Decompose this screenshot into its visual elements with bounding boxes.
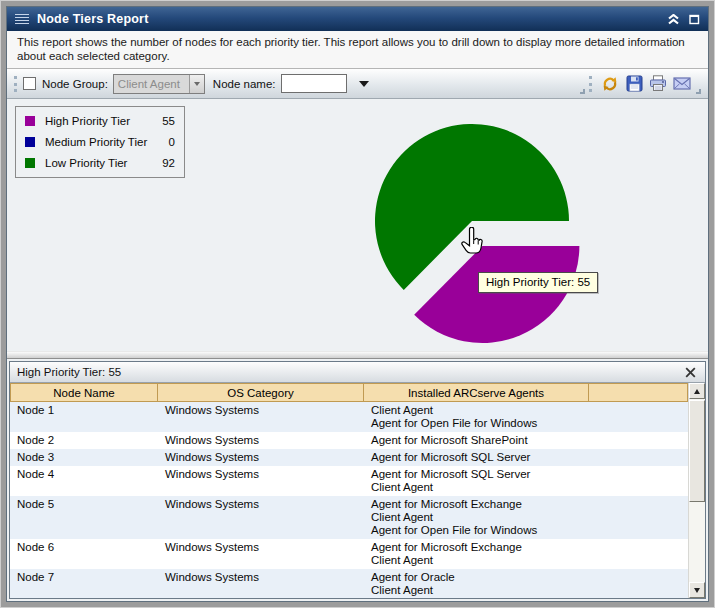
cell-agents: Agent for Microsoft ExchangeClient Agent… — [364, 496, 589, 539]
cell-os-category: Windows Systems — [158, 569, 364, 598]
cell-os-category: Windows Systems — [158, 449, 364, 466]
legend-value: 92 — [162, 157, 175, 169]
table-row[interactable]: Node 4 Windows Systems Agent for Microso… — [10, 466, 688, 496]
arrow-down-icon — [694, 588, 700, 593]
cell-node-name: Node 6 — [10, 539, 158, 569]
legend-label: Low Priority Tier — [45, 157, 162, 169]
cell-agents: Agent for Microsoft SharePoint — [364, 432, 589, 449]
report-description: This report shows the number of nodes fo… — [7, 31, 708, 69]
node-group-select[interactable]: Client Agent — [113, 74, 205, 94]
refresh-icon[interactable] — [600, 74, 620, 94]
node-group-dropdown-button[interactable] — [189, 75, 204, 93]
action-icon-group — [600, 74, 692, 94]
maximize-icon[interactable] — [689, 14, 700, 25]
cell-agents: Agent for Microsoft ExchangeClient Agent — [364, 539, 589, 569]
report-window-inner: Node Tiers Report This report shows the — [6, 6, 709, 602]
cell-empty — [589, 449, 688, 466]
horizontal-splitter[interactable] — [7, 351, 708, 359]
cell-agents: Client AgentAgent for Open File for Wind… — [364, 402, 589, 432]
cell-node-name: Node 7 — [10, 569, 158, 598]
chart-legend: High Priority Tier 55 Medium Priority Ti… — [15, 106, 185, 178]
cell-node-name: Node 4 — [10, 466, 158, 496]
cell-empty — [589, 432, 688, 449]
cell-node-name: Node 1 — [10, 402, 158, 432]
collapse-icon[interactable] — [667, 14, 680, 25]
legend-swatch-medium — [25, 137, 35, 147]
node-group-checkbox[interactable] — [23, 77, 36, 90]
email-icon[interactable] — [672, 74, 692, 94]
cell-empty — [589, 402, 688, 432]
hand-cursor-icon — [460, 227, 485, 263]
table-row[interactable]: Node 3 Windows Systems Agent for Microso… — [10, 449, 688, 466]
arrow-up-icon — [694, 389, 700, 394]
col-header-node-name[interactable]: Node Name — [10, 383, 158, 402]
cell-agents: Agent for Microsoft SQL Server — [364, 449, 589, 466]
legend-value: 55 — [162, 115, 175, 127]
table-row[interactable]: Node 2 Windows Systems Agent for Microso… — [10, 432, 688, 449]
actions-grip-icon[interactable] — [589, 76, 592, 92]
save-icon[interactable] — [624, 74, 644, 94]
title-grip-icon — [15, 14, 29, 25]
report-window: Node Tiers Report This report shows the — [0, 0, 715, 608]
cell-os-category: Windows Systems — [158, 466, 364, 496]
table-row[interactable]: Node 1 Windows Systems Client AgentAgent… — [10, 402, 688, 432]
col-header-os-category[interactable]: OS Category — [158, 383, 364, 402]
cell-empty — [589, 496, 688, 539]
legend-item-medium: Medium Priority Tier 0 — [25, 136, 175, 148]
table-row[interactable]: Node 7 Windows Systems Agent for OracleC… — [10, 569, 688, 598]
pie-tooltip: High Priority Tier: 55 — [478, 272, 598, 293]
table-body: Node 1 Windows Systems Client AgentAgent… — [10, 402, 688, 598]
close-icon[interactable] — [682, 364, 698, 380]
toolbar-corner-mark-2 — [696, 89, 701, 94]
pie-slice-high-priority-tier[interactable] — [414, 246, 579, 343]
cell-agents: Agent for Microsoft SQL ServerClient Age… — [364, 466, 589, 496]
cell-agents: Agent for OracleClient Agent — [364, 569, 589, 598]
node-group-label: Node Group: — [42, 78, 108, 90]
legend-item-high: High Priority Tier 55 — [25, 115, 175, 127]
scroll-up-button[interactable] — [689, 383, 705, 399]
col-header-agents[interactable]: Installed ARCserve Agents — [364, 383, 589, 402]
node-name-label: Node name: — [213, 78, 276, 90]
legend-value: 0 — [169, 136, 175, 148]
nodes-table: Node Name OS Category Installed ARCserve… — [10, 383, 705, 598]
chart-area: High Priority Tier 55 Medium Priority Ti… — [7, 99, 708, 351]
cell-os-category: Windows Systems — [158, 432, 364, 449]
node-name-input[interactable] — [281, 74, 347, 93]
legend-label: Medium Priority Tier — [45, 136, 169, 148]
scroll-down-button[interactable] — [689, 582, 705, 598]
toolbar-grip-icon[interactable] — [14, 76, 17, 92]
cell-node-name: Node 3 — [10, 449, 158, 466]
vertical-scrollbar[interactable] — [688, 383, 705, 598]
title-bar: Node Tiers Report — [7, 7, 708, 31]
col-header-empty — [589, 383, 688, 402]
table-row[interactable]: Node 6 Windows Systems Agent for Microso… — [10, 539, 688, 569]
cell-empty — [589, 569, 688, 598]
legend-item-low: Low Priority Tier 92 — [25, 157, 175, 169]
drilldown-panel-header: High Priority Tier: 55 — [10, 362, 705, 383]
drilldown-panel: High Priority Tier: 55 Node Name OS Cate… — [9, 361, 706, 599]
cell-os-category: Windows Systems — [158, 402, 364, 432]
cell-os-category: Windows Systems — [158, 539, 364, 569]
cell-os-category: Windows Systems — [158, 496, 364, 539]
page-title: Node Tiers Report — [37, 12, 149, 26]
legend-swatch-high — [25, 116, 35, 126]
node-name-dropdown-icon[interactable] — [359, 81, 369, 87]
cell-empty — [589, 466, 688, 496]
toolbar-corner-mark — [580, 89, 585, 94]
table-row[interactable]: Node 5 Windows Systems Agent for Microso… — [10, 496, 688, 539]
cell-empty — [589, 539, 688, 569]
chevron-down-icon — [194, 82, 200, 86]
table-header-row: Node Name OS Category Installed ARCserve… — [10, 383, 688, 402]
scrollbar-thumb[interactable] — [689, 400, 705, 502]
cell-node-name: Node 2 — [10, 432, 158, 449]
legend-swatch-low — [25, 158, 35, 168]
node-group-selected-value: Client Agent — [114, 75, 189, 93]
drilldown-title: High Priority Tier: 55 — [17, 366, 121, 378]
filter-toolbar: Node Group: Client Agent Node name: — [7, 69, 708, 99]
print-icon[interactable] — [648, 74, 668, 94]
legend-label: High Priority Tier — [45, 115, 162, 127]
cell-node-name: Node 5 — [10, 496, 158, 539]
